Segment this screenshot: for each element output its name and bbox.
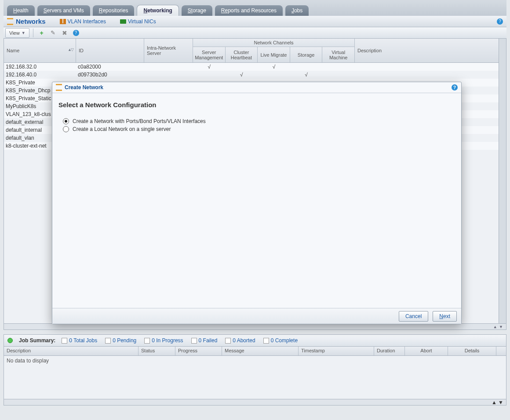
col-network-channels: Network Channels Server ManagementCluste… bbox=[193, 39, 355, 62]
dialog-heading: Select a Network Configuration bbox=[58, 101, 455, 109]
table-row[interactable]: 192.168.40.0d09730b2d0√√ bbox=[4, 71, 506, 79]
col-storage[interactable]: Storage bbox=[290, 47, 323, 62]
col-server-management[interactable]: Server Management bbox=[193, 47, 226, 62]
col-virtual-machine[interactable]: Virtual Machine bbox=[322, 47, 354, 62]
create-network-dialog: Create Network ? Select a Network Config… bbox=[52, 82, 462, 324]
col-intra-network[interactable]: Intra-Network Server bbox=[144, 39, 193, 62]
grid-header: Name ▲▽ ID Intra-Network Server Network … bbox=[4, 39, 506, 63]
link-vlan-interfaces[interactable]: VLAN Interfaces bbox=[60, 18, 106, 25]
cancel-label: Cancel bbox=[405, 313, 422, 319]
page-title-text: Networks bbox=[16, 18, 46, 25]
link-vnic-label: Virtual NICs bbox=[128, 18, 156, 25]
delete-network-button[interactable]: ✖ bbox=[60, 28, 69, 38]
status-box-icon bbox=[105, 338, 111, 344]
job-col-status[interactable]: Status bbox=[138, 347, 175, 355]
cancel-button[interactable]: Cancel bbox=[399, 311, 428, 322]
grip-icon: ▲ ▼ bbox=[493, 325, 503, 329]
job-columns: DescriptionStatusProgressMessageTimestam… bbox=[4, 347, 506, 356]
col-cluster-heartbeat[interactable]: Cluster Heartbeat bbox=[226, 47, 258, 62]
caret-down-icon: ▼ bbox=[22, 31, 26, 35]
dialog-footer: Cancel Next bbox=[52, 308, 461, 324]
radio-label: Create a Network with Ports/Bond Ports/V… bbox=[73, 118, 206, 124]
col-name-label: Name bbox=[7, 48, 19, 53]
radio-label: Create a Local Network on a single serve… bbox=[73, 126, 171, 132]
status-box-icon bbox=[62, 338, 67, 344]
dialog-title-text: Create Network bbox=[65, 84, 103, 91]
job-col-details[interactable]: Details bbox=[448, 347, 496, 355]
job-stat[interactable]: 0 In Progress bbox=[144, 337, 183, 344]
job-col-message[interactable]: Message bbox=[222, 347, 299, 355]
dialog-body: Select a Network Configuration Create a … bbox=[52, 93, 461, 308]
job-col-progress[interactable]: Progress bbox=[175, 347, 222, 355]
delete-icon: ✖ bbox=[62, 29, 67, 36]
status-box-icon bbox=[225, 338, 231, 344]
job-panel-resizer[interactable]: ▲ ▼ bbox=[4, 399, 506, 405]
job-col-abort[interactable]: Abort bbox=[405, 347, 448, 355]
vlan-icon bbox=[60, 19, 66, 24]
page-title: Networks bbox=[7, 18, 46, 25]
separator bbox=[33, 29, 33, 37]
job-col-duration[interactable]: Duration bbox=[374, 347, 405, 355]
col-description[interactable]: Description bbox=[355, 39, 506, 62]
link-vlan-label: VLAN Interfaces bbox=[68, 18, 106, 25]
view-menu-button[interactable]: View ▼ bbox=[5, 28, 29, 38]
dialog-titlebar: Create Network ? bbox=[52, 82, 461, 93]
status-box-icon bbox=[144, 338, 150, 344]
sort-icon[interactable]: ▲▽ bbox=[68, 47, 73, 52]
job-col-description[interactable]: Description bbox=[4, 347, 138, 355]
table-row[interactable]: 192.168.32.0c0a82000√√ bbox=[4, 63, 506, 71]
job-stat[interactable]: 0 Complete bbox=[263, 337, 298, 344]
tab-reports-and-resources[interactable]: Reports and Resources bbox=[215, 5, 283, 16]
sub-header: Networks VLAN Interfaces Virtual NICs ? bbox=[4, 16, 506, 27]
col-name[interactable]: Name ▲▽ bbox=[4, 39, 76, 62]
tab-jobs[interactable]: Jobs bbox=[285, 5, 309, 16]
tab-health[interactable]: Health bbox=[7, 5, 35, 16]
grid-toolbar: View ▼ + ✎ ✖ ? bbox=[4, 27, 506, 39]
help-icon: ? bbox=[73, 30, 79, 36]
next-label: Next bbox=[439, 313, 450, 319]
job-col-timestamp[interactable]: Timestamp bbox=[299, 347, 374, 355]
radio-icon[interactable] bbox=[63, 118, 69, 124]
status-dot-icon bbox=[7, 338, 13, 343]
tab-repositories[interactable]: Repositories bbox=[93, 5, 135, 16]
col-desc-label: Description bbox=[357, 48, 382, 53]
job-summary-label: Job Summary: bbox=[19, 337, 55, 344]
network-icon bbox=[7, 18, 13, 25]
dialog-help-icon[interactable]: ? bbox=[452, 84, 458, 91]
network-icon bbox=[56, 84, 62, 91]
next-button[interactable]: Next bbox=[433, 311, 457, 322]
status-box-icon bbox=[263, 338, 269, 344]
status-box-icon bbox=[191, 338, 197, 344]
edit-network-button[interactable]: ✎ bbox=[48, 28, 58, 38]
radio-option-0[interactable]: Create a Network with Ports/Bond Ports/V… bbox=[58, 118, 455, 124]
link-virtual-nics[interactable]: Virtual NICs bbox=[120, 18, 156, 25]
pencil-icon: ✎ bbox=[51, 29, 55, 36]
job-summary-header: Job Summary: 0 Total Jobs0 Pending0 In P… bbox=[4, 335, 506, 347]
job-stat[interactable]: 0 Aborted bbox=[225, 337, 255, 344]
vertical-scrollbar[interactable] bbox=[499, 39, 506, 323]
tab-networking[interactable]: Networking bbox=[137, 5, 178, 16]
job-stat[interactable]: 0 Failed bbox=[191, 337, 218, 344]
help-icon[interactable]: ? bbox=[497, 18, 503, 25]
job-summary-panel: Job Summary: 0 Total Jobs0 Pending0 In P… bbox=[4, 334, 506, 406]
split-resizer[interactable]: ▲ ▼ bbox=[4, 324, 506, 330]
col-nc-label: Network Channels bbox=[193, 39, 354, 47]
view-menu-label: View bbox=[9, 30, 20, 36]
main-tabstrip: HealthServers and VMsRepositoriesNetwork… bbox=[4, 0, 506, 16]
toolbar-help-button[interactable]: ? bbox=[71, 28, 81, 38]
col-live-migrate[interactable]: Live Migrate bbox=[258, 47, 290, 62]
job-stat[interactable]: 0 Pending bbox=[105, 337, 136, 344]
radio-option-1[interactable]: Create a Local Network on a single serve… bbox=[58, 126, 455, 132]
job-stat[interactable]: 0 Total Jobs bbox=[62, 337, 97, 344]
job-empty-message: No data to display bbox=[4, 356, 506, 366]
vnic-icon bbox=[120, 19, 126, 24]
tab-storage[interactable]: Storage bbox=[182, 5, 212, 16]
col-id[interactable]: ID bbox=[76, 39, 144, 62]
add-network-button[interactable]: + bbox=[37, 28, 47, 38]
col-intra-label: Intra-Network Server bbox=[147, 45, 190, 56]
radio-icon[interactable] bbox=[63, 126, 69, 132]
grip-icon: ▲ ▼ bbox=[492, 399, 503, 406]
plus-icon: + bbox=[40, 29, 43, 36]
tab-servers-and-vms[interactable]: Servers and VMs bbox=[37, 5, 90, 16]
col-id-label: ID bbox=[79, 48, 84, 53]
